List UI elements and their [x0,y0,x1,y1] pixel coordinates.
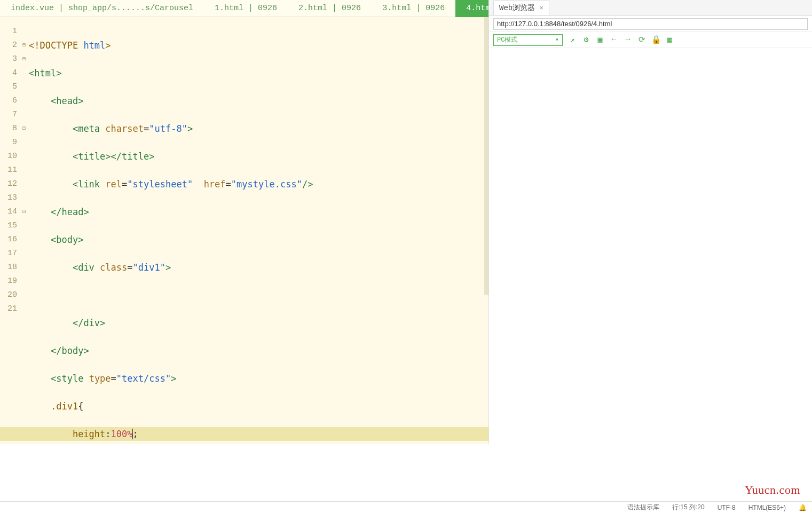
status-bar: 语法提示库 行:15 列:20 UTF-8 HTML(ES6+) 🔔 [0,501,812,513]
browser-pane: Web浏览器 × PC模式 ▾ ↗ ⚙ ▣ ← → ⟳ 🔒 ▦ [488,0,812,444]
tab-index-vue[interactable]: index.vue | shop_app/s......s/Carousel [0,0,204,17]
watermark: Yuucn.com [745,483,800,497]
editor-pane: index.vue | shop_app/s......s/Carousel 1… [0,0,488,444]
url-input[interactable] [493,18,808,30]
lock-icon[interactable]: 🔒 [651,35,660,45]
fold-column[interactable]: ⊟⊟⊟⊟ [20,17,28,444]
editor-scrollbar[interactable] [484,17,488,295]
status-syntax-hints[interactable]: 语法提示库 [627,503,659,512]
bottom-blank [0,444,812,501]
tab-2-html[interactable]: 2.html | 0926 [288,0,372,17]
bell-icon[interactable]: 🔔 [799,504,807,511]
code-area[interactable]: 123456789101112131415161718192021 ⊟⊟⊟⊟ <… [0,17,488,444]
device-mode-label: PC模式 [497,35,517,44]
tab-3-html[interactable]: 3.html | 0926 [372,0,455,17]
gear-icon[interactable]: ⚙ [582,35,590,45]
devtools-icon[interactable]: ▣ [596,35,604,45]
editor-tabs-bar: index.vue | shop_app/s......s/Carousel 1… [0,0,488,17]
status-encoding[interactable]: UTF-8 [718,504,736,511]
forward-icon[interactable]: → [624,35,632,44]
code-body[interactable]: <!DOCTYPE html> <html> <head> <meta char… [28,17,488,444]
tab-1-html[interactable]: 1.html | 0926 [204,0,288,17]
refresh-icon[interactable]: ⟳ [637,35,646,45]
url-bar [489,16,812,32]
device-mode-select[interactable]: PC模式 ▾ [493,34,563,46]
back-icon[interactable]: ← [610,35,618,44]
open-external-icon[interactable]: ↗ [568,35,577,45]
browser-tab[interactable]: Web浏览器 × [493,1,549,15]
qrcode-icon[interactable]: ▦ [665,35,674,45]
close-icon[interactable]: × [539,4,543,12]
chevron-down-icon: ▾ [555,36,559,44]
line-number-gutter: 123456789101112131415161718192021 [0,17,20,444]
status-cursor-position: 行:15 列:20 [672,503,705,512]
browser-tabbar: Web浏览器 × [489,0,812,16]
browser-tab-title: Web浏览器 [499,3,535,13]
browser-viewport[interactable] [489,48,812,444]
status-language[interactable]: HTML(ES6+) [748,504,786,511]
browser-toolbar: PC模式 ▾ ↗ ⚙ ▣ ← → ⟳ 🔒 ▦ [489,32,812,48]
